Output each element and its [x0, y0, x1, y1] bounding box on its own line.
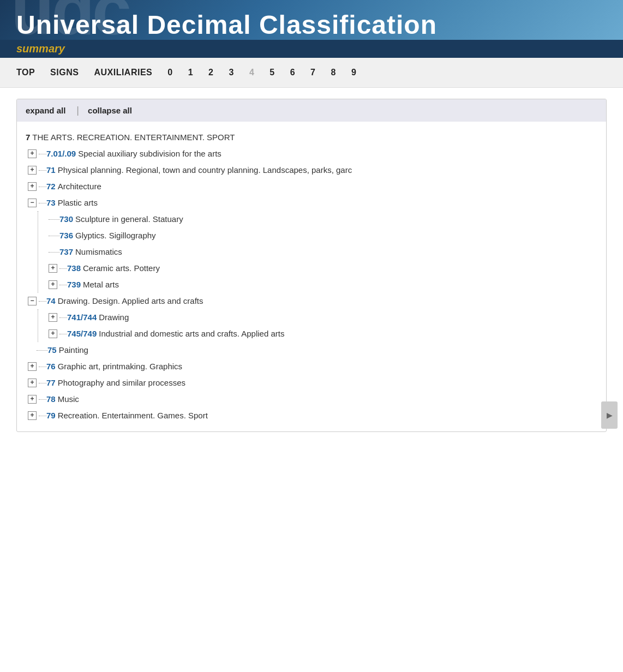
item-737-row: 737 Numismatics [49, 244, 597, 260]
expand-76-icon[interactable]: + [28, 362, 37, 371]
expand-738-icon[interactable]: + [49, 264, 57, 273]
label-76: Graphic art, printmaking. Graphics [58, 360, 182, 373]
vertical-line-74 [38, 309, 38, 342]
subtitle: summary [16, 43, 65, 55]
tree-root: 7 THE ARTS. RECREATION. ENTERTAINMENT. S… [26, 129, 597, 146]
label-74: Drawing. Design. Applied arts and crafts [58, 295, 203, 308]
code-72[interactable]: 72 [46, 180, 56, 193]
code-76[interactable]: 76 [46, 360, 56, 373]
nav-7[interactable]: 7 [310, 68, 315, 77]
subtitle-bar: summary [0, 40, 623, 58]
h-connector [39, 367, 46, 367]
nav-top[interactable]: TOP [16, 68, 35, 77]
h-connector [39, 203, 46, 203]
code-71[interactable]: 71 [46, 164, 56, 177]
item-71-row: + 71 Physical planning. Regional, town a… [26, 162, 597, 178]
nav-4[interactable]: 4 [249, 68, 254, 77]
item-730-row: 730 Sculpture in general. Statuary [49, 211, 597, 227]
h-connector [59, 334, 67, 334]
code-74[interactable]: 74 [46, 295, 56, 308]
label-72: Architecture [58, 180, 101, 193]
code-75[interactable]: 75 [47, 344, 57, 357]
nav-signs[interactable]: SIGNS [50, 68, 79, 77]
code-701[interactable]: 7.01/.09 [46, 147, 76, 160]
item-73-children: 730 Sculpture in general. Statuary 736 G… [26, 211, 597, 293]
code-736[interactable]: 736 [59, 229, 73, 242]
nav-auxiliaries[interactable]: AUXILIARIES [94, 68, 152, 77]
h-connector [39, 154, 46, 154]
item-73-container: − 73 Plastic arts 730 Sculpture in gener… [26, 195, 597, 293]
root-label: THE ARTS. RECREATION. ENTERTAINMENT. SPO… [32, 131, 235, 144]
vertical-line-73 [38, 211, 38, 293]
code-78[interactable]: 78 [46, 393, 56, 406]
expand-745-icon[interactable]: + [49, 329, 57, 338]
label-77: Photography and similar processes [58, 376, 185, 389]
expand-72-icon[interactable]: + [28, 182, 37, 191]
h-connector [59, 268, 67, 269]
page-title: Universal Decimal Classification [16, 10, 607, 40]
expand-74-icon[interactable]: − [28, 297, 37, 305]
code-79[interactable]: 79 [46, 409, 56, 422]
label-75: Painting [59, 344, 88, 357]
page-header: udc Universal Decimal Classification [0, 0, 623, 40]
item-73-row: − 73 Plastic arts [26, 195, 597, 211]
h-connector [49, 219, 59, 220]
code-745749[interactable]: 745/749 [67, 327, 97, 340]
scroll-right-button[interactable] [601, 401, 618, 429]
item-78-row: + 78 Music [26, 391, 597, 407]
expand-78-icon[interactable]: + [28, 395, 37, 404]
code-737[interactable]: 737 [59, 245, 73, 259]
nav-2[interactable]: 2 [208, 68, 213, 77]
code-741744[interactable]: 741/744 [67, 311, 97, 324]
nav-6[interactable]: 6 [290, 68, 295, 77]
label-738: Ceramic arts. Pottery [83, 262, 160, 275]
expand-701-icon[interactable]: + [28, 149, 37, 158]
item-77-row: + 77 Photography and similar processes [26, 375, 597, 391]
expand-71-icon[interactable]: + [28, 166, 37, 175]
nav-5[interactable]: 5 [269, 68, 274, 77]
item-74-container: − 74 Drawing. Design. Applied arts and c… [26, 293, 597, 342]
classification-tree: 7 THE ARTS. RECREATION. ENTERTAINMENT. S… [17, 122, 606, 431]
expand-73-icon[interactable]: − [28, 199, 37, 207]
nav-9[interactable]: 9 [351, 68, 356, 77]
label-736: Glyptics. Sigillography [75, 229, 156, 242]
expand-739-icon[interactable]: + [49, 280, 57, 289]
code-73[interactable]: 73 [46, 196, 56, 209]
label-730: Sculpture in general. Statuary [75, 213, 183, 226]
item-738-row: + 738 Ceramic arts. Pottery [49, 260, 597, 277]
h-connector [37, 350, 47, 351]
label-741744: Drawing [99, 311, 129, 324]
code-739[interactable]: 739 [67, 278, 81, 291]
nav-0[interactable]: 0 [167, 68, 172, 77]
label-73: Plastic arts [58, 196, 98, 209]
expand-all-button[interactable]: expand all [26, 106, 73, 115]
item-72-row: + 72 Architecture [26, 178, 597, 195]
toolbar-divider: | [76, 105, 79, 116]
expand-77-icon[interactable]: + [28, 379, 37, 387]
h-connector [39, 170, 46, 171]
label-78: Music [58, 393, 79, 406]
label-737: Numismatics [75, 245, 122, 259]
h-connector [59, 317, 67, 318]
content-box: expand all | collapse all 7 THE ARTS. RE… [16, 99, 607, 432]
label-79: Recreation. Entertainment. Games. Sport [58, 409, 208, 422]
main-content: expand all | collapse all 7 THE ARTS. RE… [0, 88, 623, 443]
code-730[interactable]: 730 [59, 213, 73, 226]
h-connector [39, 383, 46, 383]
label-739: Metal arts [83, 278, 119, 291]
collapse-all-button[interactable]: collapse all [82, 106, 140, 115]
nav-3[interactable]: 3 [229, 68, 233, 77]
item-736-row: 736 Glyptics. Sigillography [49, 227, 597, 244]
label-71: Physical planning. Regional, town and co… [58, 164, 352, 177]
navigation-bar: TOP SIGNS AUXILIARIES 0 1 2 3 4 5 6 7 8 … [0, 58, 623, 88]
expand-741-icon[interactable]: + [49, 313, 57, 322]
expand-79-icon[interactable]: + [28, 411, 37, 420]
code-77[interactable]: 77 [46, 376, 56, 389]
nav-1[interactable]: 1 [188, 68, 193, 77]
code-738[interactable]: 738 [67, 262, 81, 275]
root-code: 7 [26, 131, 30, 144]
h-connector [59, 285, 67, 285]
item-74-children: + 741/744 Drawing + 745/749 Industrial a… [26, 309, 597, 342]
nav-8[interactable]: 8 [331, 68, 336, 77]
h-connector [39, 301, 46, 302]
